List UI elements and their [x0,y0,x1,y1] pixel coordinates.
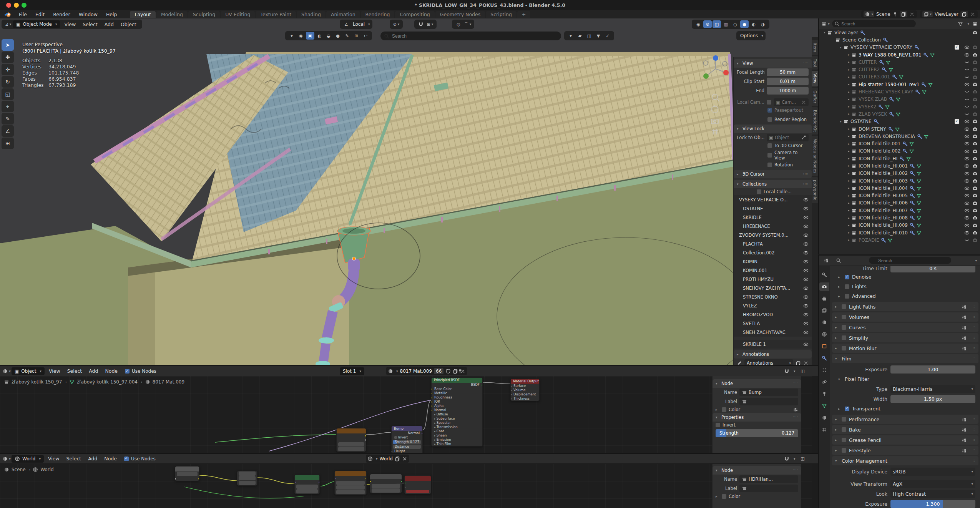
expand-arrow[interactable]: ▸ [846,186,851,190]
visibility-eye-icon[interactable] [964,148,970,154]
pivot-point-icon[interactable]: ⊙▾ [392,20,400,28]
principled-bsdf-node[interactable]: Principled BSDF BSDF Base ColorMetallicR… [431,377,483,447]
expand-arrow[interactable]: ▸ [846,68,851,71]
collection-visibility-icon[interactable] [803,321,809,326]
object-data[interactable] [819,402,829,410]
outliner-row[interactable]: ▸ DREVENA KONSTRUKCIA [819,133,980,140]
view-transform-dropdown[interactable]: AgX▾ [890,480,975,488]
use-nodes-checkbox[interactable] [124,457,129,461]
section-header[interactable]: ▸Simplify∷ [832,333,978,342]
shield-check-icon[interactable]: ✓ [603,32,612,40]
collection-visibility-icon[interactable]: ◫ [585,32,593,40]
expand-arrow[interactable]: ▸ [846,216,851,220]
visibility-eye-icon[interactable] [964,141,970,147]
node-label-field[interactable] [739,485,798,492]
node-panel-row[interactable]: ▸ Subsurface [432,417,482,421]
world-value-node[interactable] [237,471,257,486]
node-input-row[interactable]: Surface [511,384,539,388]
pixel-filter-type-dropdown[interactable]: Blackman-Harris▾ [890,385,975,393]
outliner-row[interactable]: ▸ ICON field tile_HI.005 [819,192,980,199]
workspace-tab[interactable]: Shading [297,11,326,18]
outliner-row[interactable]: ▸ ICON field tile_HI.006 [819,199,980,207]
section-checkbox[interactable] [842,304,846,309]
render-visibility-icon[interactable] [972,119,978,125]
menubar-menu[interactable]: Help [102,12,121,17]
outliner-row[interactable]: Scene Collection [819,36,980,43]
collections-header[interactable]: ▾Collections∷∷ [734,180,812,188]
editor-type-icon[interactable]: ⊿▾ [4,20,12,28]
bump-node[interactable]: Bump Normal Invert Strength0.127 Distanc… [391,426,423,454]
workspace-tab[interactable]: Geometry Nodes [435,11,485,18]
expand-arrow[interactable]: ▸ [846,90,851,94]
expand-arrow[interactable]: ▸ [846,209,851,212]
collection-visibility-icon[interactable] [803,294,809,300]
render-visibility-icon[interactable] [972,148,978,154]
orientation-value[interactable]: Local [351,22,366,27]
gizmos-icon[interactable]: ⊚ [703,20,712,28]
collection-row[interactable]: KOMIN [734,257,812,266]
outliner-row[interactable]: ▸ ICON field tile_HI [819,155,980,162]
node-panel-row[interactable]: ▸ Coat [432,429,482,433]
expand-arrow[interactable]: ▸ [846,172,851,175]
filter-icon[interactable] [958,21,963,27]
measure-tool[interactable]: ∠ [2,125,14,137]
world-texture-node[interactable] [334,471,367,495]
solid-shading-icon[interactable]: ● [740,20,749,28]
node-input-row[interactable]: Thickness [511,397,539,401]
render-visibility-icon[interactable] [972,186,978,191]
annotation-layer-selector[interactable]: Annotations▾ [744,359,793,365]
collection-visibility-icon[interactable] [803,232,809,238]
section-checkbox[interactable] [842,335,846,340]
fake-user-shield-icon[interactable] [445,369,451,374]
view-lock-header[interactable]: ▾View Lock [734,125,812,133]
collection-visibility-icon[interactable] [803,312,809,317]
render-visibility-icon[interactable] [972,171,978,176]
collection-checkbox[interactable] [955,45,959,50]
render-visibility-icon[interactable] [972,104,978,110]
render-visibility-icon[interactable] [972,200,978,206]
close-window-button[interactable] [6,3,11,8]
material-users-count[interactable]: 66 [434,368,443,374]
visibility-eye-icon[interactable] [964,119,970,125]
visibility-eye-icon[interactable] [964,178,970,184]
outliner-row[interactable]: ▸ 3 WAY 1588-006_REV1.001 [819,51,980,58]
expand-arrow[interactable]: ▸ [846,75,851,79]
snap-with-icon[interactable]: ⊞▾ [426,20,434,28]
outliner-row[interactable]: ▸ CUTTER [819,58,980,66]
render-visibility-icon[interactable] [972,89,978,95]
outliner-display-mode-icon[interactable]: ▾ [821,20,830,28]
expand-arrow[interactable]: ▾ [838,120,843,123]
outliner-row[interactable]: ▸ Hip starter 1590-001_rev1 [819,81,980,88]
workspace-tab[interactable]: Rendering [361,11,395,18]
material-ball-icon[interactable]: ● [334,32,342,40]
collection-visibility-icon[interactable] [803,330,809,335]
node-input-row[interactable]: Normal [432,408,482,412]
render-visibility-icon[interactable] [972,222,978,228]
scene-selector[interactable]: ▾ Scene [861,10,917,18]
collection-visibility-icon[interactable] [803,250,809,256]
remove-viewlayer-icon[interactable] [970,12,975,17]
render-visibility-icon[interactable] [972,163,978,169]
expand-arrow[interactable]: ▸ [846,142,851,146]
pixel-filter-width-slider[interactable]: 1.50 px [890,395,975,403]
transform-tool[interactable]: ⌖ [2,101,14,112]
visibility-eye-icon[interactable] [964,237,970,243]
collection-row[interactable]: PLACHTA [734,239,812,248]
expand-arrow[interactable]: ▸ [846,60,851,64]
section-header[interactable]: ▸Bake∷ [832,425,978,434]
outliner-row[interactable]: ▸ ICON field tile.001 [819,140,980,147]
menubar-menu[interactable]: Edit [31,12,49,17]
render-visibility-icon[interactable] [972,141,978,147]
world-small-node[interactable] [175,466,199,481]
render-visibility-icon[interactable] [972,208,978,214]
overlays-icon[interactable]: ◫ [799,455,807,463]
expand-arrow[interactable]: ▸ [846,149,851,153]
expand-arrow[interactable]: ▸ [846,127,851,131]
wireframe-shading-icon[interactable]: ○ [731,20,739,28]
output[interactable] [819,294,829,303]
world[interactable] [819,330,829,339]
filter-funnel-icon[interactable]: ▼ [594,32,603,40]
outliner-row[interactable]: ▸ ICON field tile_HI.002 [819,170,980,177]
transparent-row[interactable]: ▸Transparent [830,404,980,413]
view-panel-header[interactable]: ▾View∷∷ [734,59,812,68]
